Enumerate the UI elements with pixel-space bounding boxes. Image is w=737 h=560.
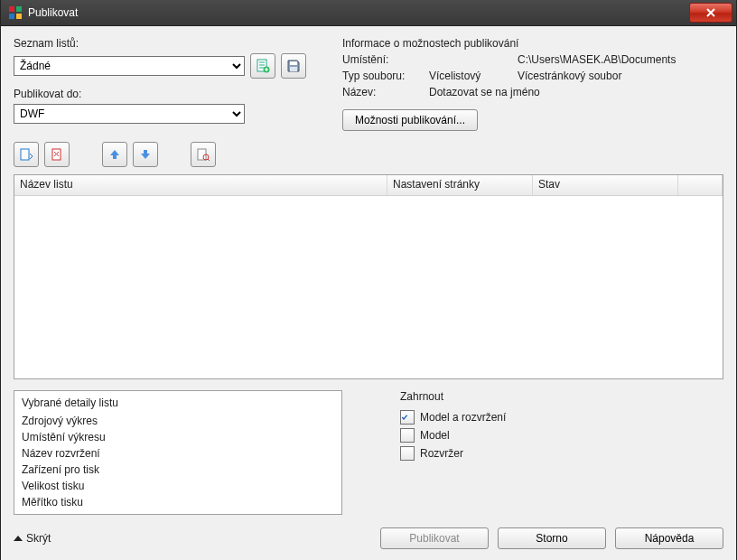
svg-rect-6 bbox=[290, 61, 297, 65]
publish-button[interactable]: Publikovat bbox=[380, 527, 489, 549]
preview-button[interactable] bbox=[191, 142, 216, 167]
grid-body[interactable] bbox=[14, 196, 723, 378]
help-button[interactable]: Nápověda bbox=[615, 527, 723, 549]
details-layout: Název rozvržení bbox=[22, 447, 334, 460]
save-list-button[interactable] bbox=[281, 53, 306, 79]
details-scale: Měřítko tisku bbox=[22, 496, 334, 509]
col-status[interactable]: Stav bbox=[533, 175, 678, 195]
svg-rect-1 bbox=[16, 6, 22, 12]
filetype-value-2: Vícestránkový soubor bbox=[518, 70, 723, 82]
filetype-key: Typ souboru: bbox=[342, 70, 425, 82]
details-panel: Vybrané detaily listu Zdrojový výkres Um… bbox=[14, 390, 342, 515]
titlebar: Publikovat bbox=[1, 0, 736, 26]
col-sheet-name[interactable]: Název listu bbox=[14, 175, 387, 195]
client-area: Seznam listů: Žádné Publikovat do: DWF bbox=[1, 26, 736, 560]
sheet-grid[interactable]: Název listu Nastavení stránky Stav bbox=[14, 174, 723, 379]
hide-details-toggle[interactable]: Skrýt bbox=[14, 532, 51, 545]
include-panel: Zahrnout Model a rozvržení Model Rozvrže… bbox=[359, 390, 723, 515]
triangle-up-icon bbox=[14, 536, 23, 541]
info-grid: Umístění: C:\Users\MASEK.AB\Documents Ty… bbox=[342, 53, 723, 98]
publish-dialog: Publikovat Seznam listů: Žádné bbox=[0, 0, 737, 560]
info-heading: Informace o možnostech publikování bbox=[342, 37, 723, 50]
footer: Skrýt Publikovat Storno Nápověda bbox=[14, 527, 723, 549]
svg-rect-3 bbox=[16, 14, 22, 19]
include-opt1-label: Model a rozvržení bbox=[420, 411, 506, 424]
include-heading: Zahrnout bbox=[400, 390, 723, 403]
svg-rect-8 bbox=[21, 149, 29, 160]
include-model-checkbox[interactable] bbox=[400, 428, 415, 443]
details-source: Zdrojový výkres bbox=[22, 415, 334, 427]
svg-rect-0 bbox=[9, 6, 14, 12]
svg-rect-7 bbox=[290, 67, 297, 71]
name-value: Dotazovat se na jméno bbox=[429, 86, 723, 98]
publish-to-select[interactable]: DWF bbox=[14, 104, 245, 124]
sheet-list-select[interactable]: Žádné bbox=[14, 56, 245, 76]
col-spacer bbox=[678, 175, 723, 195]
col-page-setup[interactable]: Nastavení stránky bbox=[387, 175, 533, 195]
cancel-button[interactable]: Storno bbox=[498, 527, 606, 549]
svg-rect-2 bbox=[9, 14, 14, 19]
details-size: Velikost tisku bbox=[22, 480, 334, 492]
publish-to-label: Publikovat do: bbox=[14, 88, 326, 100]
remove-sheets-button[interactable] bbox=[44, 142, 70, 167]
location-value: C:\Users\MASEK.AB\Documents bbox=[518, 53, 723, 66]
include-model-and-layouts-checkbox[interactable] bbox=[400, 410, 415, 425]
move-down-button[interactable] bbox=[133, 142, 158, 167]
include-layouts-checkbox[interactable] bbox=[400, 446, 415, 461]
filetype-value-1: Vícelistový bbox=[429, 70, 514, 82]
details-title: Vybrané detaily listu bbox=[22, 397, 334, 409]
hide-label: Skrýt bbox=[26, 532, 51, 545]
svg-rect-10 bbox=[113, 154, 117, 159]
details-device: Zařízení pro tisk bbox=[22, 463, 334, 476]
publish-options-button[interactable]: Možnosti publikování... bbox=[342, 109, 478, 131]
name-key: Název: bbox=[342, 86, 425, 98]
details-location: Umístění výkresu bbox=[22, 431, 334, 443]
close-button[interactable] bbox=[689, 3, 732, 23]
add-sheets-button[interactable] bbox=[14, 142, 39, 167]
grid-header: Název listu Nastavení stránky Stav bbox=[14, 175, 723, 196]
sheet-list-label: Seznam listů: bbox=[14, 37, 326, 50]
include-opt2-label: Model bbox=[420, 429, 450, 442]
include-opt3-label: Rozvržer bbox=[420, 447, 463, 460]
svg-rect-11 bbox=[144, 150, 147, 154]
location-key: Umístění: bbox=[342, 53, 425, 66]
move-up-button[interactable] bbox=[102, 142, 127, 167]
add-sheet-button[interactable] bbox=[250, 53, 275, 79]
window-title: Publikovat bbox=[28, 6, 689, 19]
app-icon bbox=[8, 5, 23, 20]
